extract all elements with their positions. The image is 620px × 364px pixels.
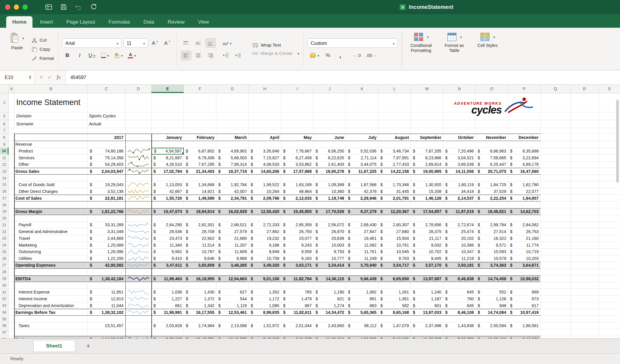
month-value[interactable]: $7,76,667	[281, 148, 314, 155]
copy-button[interactable]: Copy	[32, 47, 54, 52]
month-column-header[interactable]: November	[476, 134, 508, 141]
row-header-10[interactable]: 10	[0, 148, 9, 155]
cell[interactable]	[9, 112, 14, 120]
selected-cell[interactable]: $4,54,597	[151, 148, 184, 155]
year-value[interactable]: $3,52,138	[88, 188, 125, 195]
cell[interactable]	[476, 201, 508, 208]
cell[interactable]	[184, 120, 216, 128]
month-value[interactable]: $1,342	[184, 302, 216, 309]
month-value[interactable]: $8,65,650	[378, 276, 411, 282]
row-label[interactable]: Utilities	[14, 255, 88, 262]
cell[interactable]	[9, 208, 14, 215]
sparkline-cell[interactable]	[125, 322, 151, 329]
month-value[interactable]: $10,203	[508, 255, 541, 262]
cell[interactable]	[9, 336, 14, 338]
cell[interactable]	[571, 201, 599, 208]
month-value[interactable]: $3,74,363	[476, 262, 508, 269]
font-size-select[interactable]: 11	[124, 38, 148, 48]
cell[interactable]	[571, 188, 599, 195]
row-label[interactable]: Gross Margin	[14, 208, 88, 215]
cell[interactable]	[599, 255, 620, 262]
cell[interactable]	[88, 215, 125, 222]
cell[interactable]	[508, 282, 541, 289]
cell[interactable]	[14, 134, 88, 141]
cell[interactable]	[378, 329, 411, 336]
month-value[interactable]: $10,97,419	[508, 309, 541, 316]
column-header-O[interactable]: O	[476, 85, 508, 93]
cell[interactable]	[571, 148, 599, 155]
fill-color-button[interactable]	[113, 51, 125, 60]
sparkline-cell[interactable]	[125, 255, 151, 262]
cell[interactable]	[9, 141, 14, 148]
month-value[interactable]: $11,82,784	[281, 276, 314, 282]
month-value[interactable]: $4,08,533	[249, 161, 281, 168]
month-value[interactable]: $1,126	[476, 296, 508, 302]
cell[interactable]	[541, 188, 571, 195]
cell[interactable]	[541, 269, 571, 276]
month-value[interactable]: $8,99,835	[249, 309, 281, 316]
cell[interactable]	[249, 93, 281, 112]
month-value[interactable]: $3,46,734	[378, 148, 411, 155]
month-value[interactable]: $14,11,556	[443, 168, 476, 175]
month-value[interactable]: $601	[411, 302, 443, 309]
month-value[interactable]: $21,160	[508, 235, 541, 242]
month-value[interactable]: $8,22,625	[314, 155, 346, 161]
cell[interactable]	[541, 289, 571, 296]
cell[interactable]	[541, 175, 571, 181]
month-value[interactable]: $10,702	[411, 249, 443, 255]
month-value[interactable]: $9,10,858	[508, 336, 541, 338]
month-value[interactable]: $1,47,079	[378, 322, 411, 329]
fill-handle[interactable]	[182, 152, 184, 154]
sparkline-cell[interactable]	[125, 336, 151, 338]
cell[interactable]	[88, 93, 125, 112]
cell[interactable]	[599, 329, 620, 336]
month-value[interactable]: $19,84,814	[184, 208, 216, 215]
column-header-I[interactable]: I	[281, 85, 314, 93]
month-value[interactable]: $2,22,254	[476, 195, 508, 201]
cell[interactable]	[346, 128, 378, 134]
cell[interactable]	[411, 175, 443, 181]
cell[interactable]	[599, 276, 620, 282]
sparkline-cell[interactable]	[125, 155, 151, 161]
cell[interactable]	[151, 201, 184, 208]
cell[interactable]	[314, 215, 346, 222]
month-value[interactable]: $31,445	[378, 188, 411, 195]
cell[interactable]	[281, 93, 314, 112]
row-label[interactable]: EBITDA	[14, 276, 88, 282]
cut-button[interactable]: Cut	[32, 37, 54, 43]
month-value[interactable]: $12,20,367	[378, 208, 411, 215]
month-value[interactable]: $9,562	[151, 249, 184, 255]
cell[interactable]	[541, 249, 571, 255]
cell[interactable]	[599, 309, 620, 316]
cell[interactable]	[14, 175, 88, 181]
name-box-spinner[interactable]	[29, 75, 31, 80]
add-sheet-button[interactable]: +	[83, 341, 93, 351]
cell[interactable]	[9, 195, 14, 201]
month-value[interactable]: $9,243	[281, 242, 314, 249]
cell[interactable]	[281, 316, 314, 322]
cell[interactable]	[125, 215, 151, 222]
year-value[interactable]: $33,31,289	[88, 222, 125, 229]
cell[interactable]	[184, 269, 216, 276]
cell[interactable]	[346, 269, 378, 276]
undo-icon[interactable]	[74, 3, 83, 11]
cell[interactable]	[314, 128, 346, 134]
month-value[interactable]: $10,719	[508, 249, 541, 255]
month-value[interactable]: $3,48,265	[216, 262, 249, 269]
align-center-button[interactable]	[193, 51, 203, 60]
month-value[interactable]: $11,97,019	[443, 208, 476, 215]
cell[interactable]	[508, 201, 541, 208]
month-value[interactable]: $7,99,314	[216, 161, 249, 168]
year-value[interactable]: $1,81,22,766	[88, 208, 125, 215]
sparkline-cell[interactable]	[125, 195, 151, 201]
cell[interactable]	[9, 175, 14, 181]
cell[interactable]	[571, 155, 599, 161]
row-header-14[interactable]: 14	[0, 175, 9, 181]
month-value[interactable]: $1,09,389	[314, 181, 346, 188]
cell[interactable]	[443, 175, 476, 181]
cell[interactable]	[125, 201, 151, 208]
month-value[interactable]: $2,85,359	[281, 222, 314, 229]
cell[interactable]	[88, 329, 125, 336]
month-value[interactable]: $12,53,461	[216, 309, 249, 316]
bold-button[interactable]: B	[62, 51, 73, 60]
